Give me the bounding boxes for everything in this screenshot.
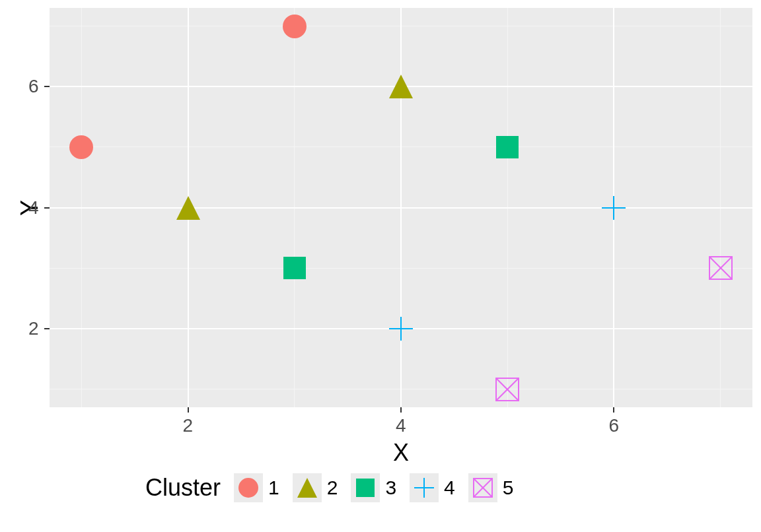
x-tick-mark [188, 407, 189, 413]
legend-key-icon [410, 473, 439, 502]
svg-point-9 [283, 15, 307, 38]
svg-point-0 [238, 478, 258, 498]
data-point-cluster-2 [388, 73, 414, 100]
legend-label: 5 [503, 477, 514, 499]
chart-container: Y X Cluster 12345 246246 [0, 0, 761, 532]
y-tick-label: 6 [28, 76, 39, 97]
svg-marker-10 [176, 196, 200, 220]
data-point-cluster-1 [281, 13, 308, 40]
y-tick-mark [44, 207, 50, 209]
legend-item-5: 5 [468, 473, 514, 502]
y-tick-label: 2 [28, 318, 39, 339]
legend: Cluster 12345 [145, 473, 513, 502]
legend-label: 3 [385, 477, 396, 499]
svg-marker-11 [389, 75, 413, 98]
data-point-cluster-5 [494, 376, 521, 403]
svg-rect-2 [356, 479, 375, 497]
legend-item-3: 3 [351, 473, 396, 502]
legend-label: 4 [444, 477, 455, 499]
svg-rect-12 [283, 257, 306, 279]
x-tick-label: 2 [183, 415, 194, 436]
y-tick-label: 4 [28, 197, 39, 218]
legend-item-2: 2 [293, 473, 338, 502]
legend-key-icon [293, 473, 322, 502]
y-tick-mark [44, 328, 50, 329]
legend-title: Cluster [145, 474, 221, 502]
y-tick-mark [44, 86, 50, 87]
x-tick-label: 6 [608, 415, 619, 436]
data-point-cluster-2 [175, 195, 201, 221]
data-point-cluster-1 [68, 134, 94, 160]
legend-label: 2 [327, 477, 338, 499]
x-tick-label: 4 [396, 415, 406, 436]
data-point-cluster-3 [494, 134, 521, 160]
legend-label: 1 [268, 477, 279, 499]
data-point-cluster-3 [281, 255, 308, 281]
legend-key-icon [351, 473, 380, 502]
legend-key-icon [234, 473, 263, 502]
data-point-cluster-5 [707, 255, 734, 281]
svg-rect-13 [496, 136, 519, 158]
legend-key-icon [468, 473, 497, 502]
svg-marker-1 [297, 478, 317, 498]
y-major-grid [50, 207, 752, 209]
x-tick-mark [400, 407, 402, 413]
legend-item-1: 1 [234, 473, 279, 502]
svg-point-8 [69, 135, 93, 159]
data-point-cluster-4 [388, 316, 414, 342]
x-axis-title: X [393, 439, 409, 467]
data-point-cluster-4 [600, 195, 627, 221]
legend-item-4: 4 [410, 473, 455, 502]
x-tick-mark [613, 407, 614, 413]
